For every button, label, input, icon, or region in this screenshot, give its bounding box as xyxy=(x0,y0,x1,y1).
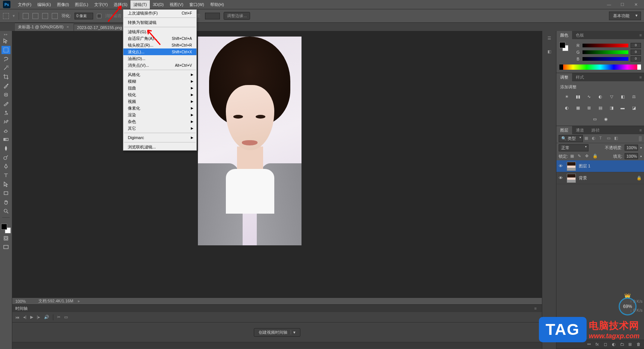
prev-frame-icon[interactable]: ◂| xyxy=(23,315,26,320)
canvas-area[interactable]: 100% 文档:592.4K/1.16M ▸ 时间轴≡ ⏮ ◂| ▶ |▸ 🔊 … xyxy=(12,31,542,349)
zoom-tool[interactable] xyxy=(1,207,10,215)
transition-icon[interactable]: ▭ xyxy=(64,315,68,320)
panel-menu-icon[interactable]: ≡ xyxy=(532,306,539,311)
menu-select[interactable]: 选择(S) xyxy=(111,0,130,9)
lock-transparency-icon[interactable]: ▦ xyxy=(570,154,575,159)
layer-mask-icon[interactable]: ◻ xyxy=(604,342,609,347)
lock-all-icon[interactable]: 🔒 xyxy=(593,154,598,159)
new-selection-icon[interactable] xyxy=(23,13,29,19)
menu-layer[interactable]: 图层(L) xyxy=(72,0,91,9)
new-fill-icon[interactable]: ◐ xyxy=(612,342,617,347)
selective-color-icon[interactable]: ◉ xyxy=(602,115,610,123)
menu-window[interactable]: 窗口(W) xyxy=(186,0,207,9)
dd-render[interactable]: 渲染▶ xyxy=(123,111,196,118)
color-swatches[interactable] xyxy=(1,224,11,233)
layer-style-icon[interactable]: fx xyxy=(596,342,601,347)
dd-last-filter[interactable]: 上次滤镜操作(F)Ctrl+F xyxy=(123,10,196,16)
dd-liquify[interactable]: 液化(L)...Shift+Ctrl+X xyxy=(123,48,196,55)
hue-sat-icon[interactable]: ◧ xyxy=(619,93,626,100)
dd-convert-smart[interactable]: 转换为智能滤镜 xyxy=(123,19,196,26)
panel-menu-icon[interactable]: ≡ xyxy=(637,33,644,37)
hand-tool[interactable] xyxy=(1,198,10,206)
dd-digimarc[interactable]: Digimarc▶ xyxy=(123,134,196,141)
b-value[interactable]: 0 xyxy=(631,56,641,62)
menu-help[interactable]: 帮助(H) xyxy=(207,0,227,9)
gradient-map-icon[interactable]: ▭ xyxy=(591,115,599,123)
brightness-icon[interactable]: ☀ xyxy=(563,93,571,100)
opacity-input[interactable]: 100% xyxy=(625,145,638,151)
tab-styles[interactable]: 样式 xyxy=(572,73,588,82)
levels-icon[interactable]: ▮▮ xyxy=(574,93,582,100)
layer-thumbnail[interactable] xyxy=(567,162,576,171)
gradient-tool[interactable] xyxy=(1,135,10,144)
menu-edit[interactable]: 编辑(E) xyxy=(34,0,54,9)
panel-menu-icon[interactable]: ≡ xyxy=(637,128,644,132)
rectangle-tool[interactable] xyxy=(1,189,10,197)
split-icon[interactable]: ✂ xyxy=(57,315,60,320)
screen-mode-tool[interactable] xyxy=(1,243,10,251)
marquee-tool-preset-icon[interactable] xyxy=(3,13,9,19)
color-balance-icon[interactable]: ⚖ xyxy=(630,93,638,100)
exposure-icon[interactable]: ◐ xyxy=(597,93,604,100)
close-button[interactable]: ✕ xyxy=(631,1,641,8)
menu-file[interactable]: 文件(F) xyxy=(15,0,34,9)
channel-mixer-icon[interactable]: ⊞ xyxy=(585,104,593,111)
r-slider[interactable] xyxy=(583,44,628,47)
dd-pixelate[interactable]: 像素化▶ xyxy=(123,105,196,111)
filter-type-icon[interactable]: T xyxy=(599,136,605,142)
dd-filter-gallery[interactable]: 滤镜库(G)... xyxy=(123,28,196,35)
bw-icon[interactable]: ◐ xyxy=(563,104,571,111)
menu-image[interactable]: 图像(I) xyxy=(54,0,72,9)
dd-oil-paint[interactable]: 油画(O)... xyxy=(123,55,196,62)
antialias-checkbox[interactable] xyxy=(97,14,101,18)
history-brush-tool[interactable] xyxy=(1,117,10,126)
doc-tab-1[interactable]: 未标题-1 @ 50%(RGB/8)× xyxy=(15,23,73,31)
blur-tool[interactable] xyxy=(1,144,10,153)
path-selection-tool[interactable] xyxy=(1,180,10,188)
filter-shape-icon[interactable]: ▭ xyxy=(607,136,613,142)
lock-position-icon[interactable]: ✥ xyxy=(585,154,590,159)
posterize-icon[interactable]: ▬ xyxy=(619,104,626,111)
tab-layers[interactable]: 图层 xyxy=(556,126,572,135)
dd-sharpen[interactable]: 锐化▶ xyxy=(123,91,196,98)
menu-filter[interactable]: 滤镜(T) xyxy=(130,0,150,9)
magic-wand-tool[interactable] xyxy=(1,64,10,72)
create-timeline-button[interactable]: 创建视频时间轴 ▾ xyxy=(254,328,300,337)
refine-edge-button[interactable]: 调整边缘... xyxy=(224,12,250,20)
dd-other[interactable]: 其它▶ xyxy=(123,125,196,132)
filter-toggle[interactable] xyxy=(639,136,642,141)
layer-row[interactable]: 👁 背景 🔒 xyxy=(556,172,644,184)
type-tool[interactable] xyxy=(1,171,10,179)
menu-3d[interactable]: 3D(D) xyxy=(150,1,167,8)
tab-channels[interactable]: 通道 xyxy=(572,126,588,135)
document-canvas[interactable] xyxy=(198,37,302,245)
zoom-level[interactable]: 100% xyxy=(15,299,34,304)
delete-layer-icon[interactable]: 🗑 xyxy=(637,342,642,347)
marquee-tool[interactable] xyxy=(1,46,10,54)
feather-input[interactable] xyxy=(75,13,93,19)
crop-tool[interactable] xyxy=(1,73,10,81)
subtract-selection-icon[interactable] xyxy=(42,13,48,19)
eyedropper-tool[interactable] xyxy=(1,82,10,90)
foreground-color[interactable] xyxy=(1,224,7,230)
go-first-icon[interactable]: ⏮ xyxy=(15,315,19,320)
play-icon[interactable]: ▶ xyxy=(30,315,33,320)
brush-tool[interactable] xyxy=(1,100,10,108)
intersect-selection-icon[interactable] xyxy=(52,13,58,19)
color-spectrum[interactable] xyxy=(559,65,641,70)
panel-menu-icon[interactable]: ≡ xyxy=(637,75,644,79)
workspace-switcher[interactable]: 基本功能 xyxy=(609,12,641,20)
lasso-tool[interactable] xyxy=(1,55,10,63)
layer-row[interactable]: 👁 图层 1 xyxy=(556,160,644,172)
visibility-icon[interactable]: 👁 xyxy=(559,176,564,181)
invert-icon[interactable]: ◨ xyxy=(608,104,615,111)
properties-panel-icon[interactable]: ◧ xyxy=(545,47,553,56)
color-lookup-icon[interactable]: ▤ xyxy=(597,104,604,111)
visibility-icon[interactable]: 👁 xyxy=(559,164,564,169)
dd-adaptive-wide[interactable]: 自适应广角(A)...Shift+Ctrl+A xyxy=(123,35,196,42)
menu-type[interactable]: 文字(Y) xyxy=(91,0,111,9)
dd-browse-online[interactable]: 浏览联机滤镜... xyxy=(123,144,196,150)
photo-filter-icon[interactable]: ▦ xyxy=(574,104,582,111)
eraser-tool[interactable] xyxy=(1,126,10,135)
dd-video[interactable]: 视频▶ xyxy=(123,98,196,105)
